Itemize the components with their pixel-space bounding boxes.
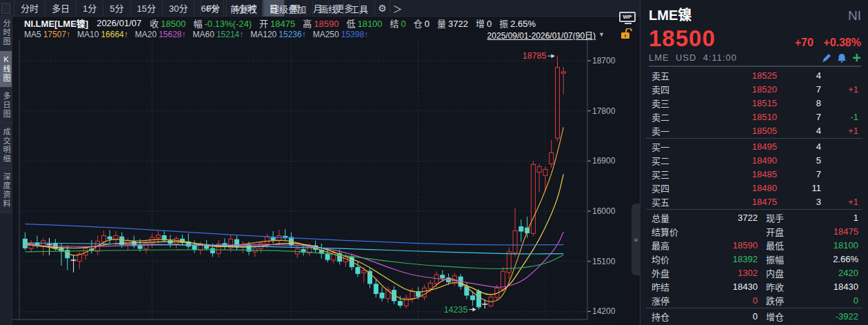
stat-label: 昨收 [758, 280, 802, 293]
candle [556, 56, 560, 141]
quote-field-幅: 幅-0.13%(-24) [193, 19, 252, 29]
instrument-title: LME镍 [649, 4, 692, 24]
unlock-icon[interactable] [620, 28, 634, 39]
toolbar-button-工具[interactable]: 工具 [343, 0, 374, 17]
ob-delta: +1 [821, 126, 858, 136]
quote-field-增: 增0 [476, 19, 492, 29]
candle [23, 233, 27, 250]
order-book-row-买四[interactable]: 买四1848011 [640, 181, 868, 195]
toolbar-button-前复权[interactable]: 前复权 [223, 0, 263, 17]
toolbar-button-F9[interactable]: F9 [200, 0, 223, 17]
candle [283, 229, 287, 242]
quote-date: 2026/01/07 [97, 18, 141, 28]
kline-chart-area[interactable]: 1870017800169001600015100142001878514235 [0, 40, 617, 325]
date-range-selector[interactable]: 2025/09/01-2026/01/07(90日) [487, 29, 596, 41]
quote-field-振: 振2.65% [499, 19, 536, 29]
currency-label: USD [676, 52, 696, 63]
ob-price: 18515 [687, 98, 777, 108]
annotation-14235: 14235 [444, 305, 468, 315]
ob-price: 18480 [687, 183, 777, 193]
candle [181, 235, 185, 245]
alert-bell-icon[interactable] [837, 53, 847, 63]
order-book-row-卖二[interactable]: 卖二185107-1 [640, 110, 868, 124]
order-book-row-卖三[interactable]: 卖三185158 [640, 96, 868, 110]
quote-field-label: 增 [476, 19, 485, 29]
price-change: +70 +0.38% [788, 37, 861, 49]
period-tab-多日[interactable]: 多日 [46, 0, 77, 17]
stat-value: 0 [701, 311, 758, 322]
stat-value: 0 [802, 295, 858, 306]
sidebar-tab-多日图[interactable]: 多日图 [0, 88, 12, 124]
ma-label: MA5 [24, 30, 41, 39]
ob-delta: +1 [821, 84, 858, 95]
candle [422, 285, 426, 301]
stat-value: 18430 [802, 282, 858, 292]
divider [646, 308, 862, 308]
more-chevron-icon[interactable]: ＞ [390, 0, 405, 17]
ob-volume: 7 [777, 169, 821, 179]
ob-level-label: 卖一 [652, 124, 687, 137]
toolbar-button-超级叠加[interactable]: 超级叠加 [263, 0, 312, 17]
stat-value: 18475 [802, 226, 858, 237]
order-book-row-卖一[interactable]: 卖一185054+1 [640, 124, 868, 137]
order-book-row-买三[interactable]: 买三184857 [640, 167, 868, 181]
change-percent: +0.38% [823, 37, 861, 48]
add-plus-icon[interactable] [852, 53, 861, 62]
symbol-name[interactable]: NI.LME[LME镍] [24, 17, 88, 29]
candle [537, 164, 541, 192]
sidebar-tab-成交明细[interactable]: 成交明细 [0, 124, 12, 168]
candle [132, 236, 136, 249]
order-book-row-买二[interactable]: 买二184905 [640, 153, 868, 167]
ob-price: 18520 [687, 84, 777, 95]
trading-app-window: 分时多日1分5分15分30分60分4小时日周月更多 F9前复权超级叠加画线工具⚙… [0, 0, 868, 325]
quote-time: 4:11:00 [703, 52, 737, 63]
wps-overlay-icon[interactable]: WP [619, 12, 637, 26]
order-book-row-买一[interactable]: 买一184954 [640, 139, 868, 153]
ob-price: 18490 [687, 155, 777, 166]
order-book-row-买五[interactable]: 买五184753+1 [640, 195, 868, 208]
period-tab-1分[interactable]: 1分 [77, 0, 103, 17]
panel-divider [649, 66, 861, 67]
quote-field-label: 收 [150, 19, 159, 29]
period-tab-15分[interactable]: 15分 [131, 0, 163, 17]
period-tab-分时[interactable]: 分时 [14, 0, 46, 17]
stat-value: 18430 [701, 282, 758, 292]
candle [108, 230, 112, 243]
current-lot-value: 1 [802, 213, 858, 223]
quote-field-label: 开 [259, 19, 268, 29]
sidebar-tab-深度资料[interactable]: 深度资料 [0, 168, 12, 213]
panel-collapse-handle[interactable]: » [632, 204, 640, 275]
ob-volume: 4 [777, 141, 821, 152]
period-tab-5分[interactable]: 5分 [103, 0, 130, 17]
order-book-row-卖五[interactable]: 卖五185254 [640, 68, 868, 82]
candle [476, 289, 481, 309]
toolbar-button-画线[interactable]: 画线 [312, 0, 343, 17]
candle [150, 233, 154, 248]
kline-chart[interactable]: 1870017800169001600015100142001878514235 [0, 40, 617, 325]
stat-label: 振幅 [758, 253, 802, 266]
quote-field-label: 幅 [193, 19, 202, 29]
candle [404, 295, 408, 308]
y-axis-label: 14200 [592, 306, 616, 316]
stats-row-涨停: 涨停0跌停0 [640, 293, 868, 307]
order-book-row-卖四[interactable]: 卖四185207+1 [640, 82, 868, 96]
chart-type-sidebar: 分时图K线图多日图成交明细深度资料 [0, 15, 12, 325]
candle [29, 240, 33, 253]
quote-field-value: 18100 [357, 19, 382, 29]
edit-pencil-icon[interactable] [822, 53, 831, 63]
totals-row: 总量 3722 现手 1 [640, 210, 868, 224]
exchange-label: LME [649, 52, 669, 63]
sidebar-tab-分时图[interactable]: 分时图 [0, 15, 12, 51]
settings-gear-icon[interactable]: ⚙ [374, 0, 390, 17]
chevron-down-icon[interactable]: ▼ [598, 31, 605, 38]
divider [646, 138, 862, 139]
ma-value: 15236↑ [279, 30, 305, 39]
stat-label: 最低 [758, 239, 802, 252]
stat-label: 开盘 [758, 225, 802, 238]
stat-label: 最高 [652, 239, 701, 252]
ma-values: MA517507↑MA1016664↑MA2015628↑MA6015214↑M… [24, 30, 375, 39]
quote-field-value: -0.13%(-24) [204, 19, 252, 29]
stats-row-结算价: 结算价开盘18475 [640, 224, 868, 238]
sidebar-tab-K线图[interactable]: K线图 [0, 51, 12, 88]
period-tab-30分[interactable]: 30分 [163, 0, 194, 17]
